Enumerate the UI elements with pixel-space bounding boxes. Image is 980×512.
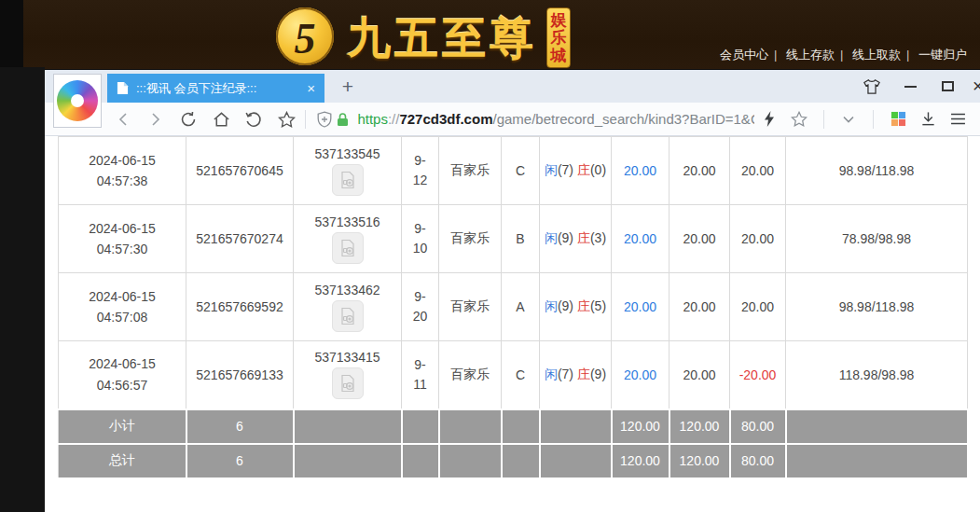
downloads-button[interactable] <box>918 110 937 129</box>
seat-letter: C <box>502 137 540 205</box>
desktop-backdrop <box>0 67 45 512</box>
video-file-icon <box>338 374 357 393</box>
win-loss: -20.00 <box>730 341 786 409</box>
total-winloss: 80.00 <box>730 444 786 478</box>
player-label: 闲 <box>545 367 558 381</box>
game-name: 百家乐 <box>439 205 502 273</box>
forward-button[interactable] <box>146 110 165 129</box>
page-content: 2024-06-15 04:57:38 521657670645 5371335… <box>45 136 980 512</box>
balance-before-after: 118.98/98.98 <box>786 341 968 409</box>
total-count: 6 <box>186 444 294 478</box>
bet-amount: 20.00 <box>612 273 669 341</box>
back-button[interactable] <box>114 110 132 129</box>
address-bar[interactable]: https://727cd3df.com/game/betrecord_sear… <box>315 110 980 129</box>
tab-title: :::视讯 会员下注纪录::: <box>136 80 299 97</box>
toolbar-divider <box>873 110 874 129</box>
table-number: 9-11 <box>402 341 439 409</box>
bookmark-page-button[interactable] <box>790 110 808 129</box>
table-number: 9-10 <box>402 205 439 273</box>
favorites-button[interactable] <box>277 110 296 129</box>
star-icon <box>278 111 296 128</box>
round-id-cell: 537133462 <box>294 273 402 341</box>
game-name: 百家乐 <box>439 273 502 341</box>
banker-label: 庄 <box>577 298 590 313</box>
balance-before-after: 98.98/118.98 <box>786 137 968 205</box>
banker-score: (3) <box>590 230 606 245</box>
result-cell: 闲(7) 庄(0) <box>540 137 612 205</box>
hamburger-icon <box>950 113 966 125</box>
nav-online-withdraw[interactable]: 线上取款 <box>852 48 901 62</box>
player-score: (9) <box>558 230 573 245</box>
round-id: 537133516 <box>314 214 380 229</box>
chevron-down-icon <box>843 116 854 123</box>
table-row: 2024-06-15 04:57:30 521657670274 5371335… <box>59 205 968 273</box>
player-label: 闲 <box>545 162 558 177</box>
video-replay-button[interactable] <box>332 300 364 332</box>
video-replay-button[interactable] <box>332 367 364 399</box>
banker-label: 庄 <box>577 367 590 381</box>
browser-logo[interactable] <box>53 74 102 128</box>
subtotal-row: 小计 6 120.00 120.00 80.00 <box>59 409 968 444</box>
home-icon <box>213 111 230 128</box>
nav-separator: | <box>840 48 843 62</box>
bet-id: 521657670645 <box>186 137 294 205</box>
bet-id: 521657669133 <box>186 341 294 409</box>
window-close-button[interactable]: × <box>973 70 980 103</box>
minimize-button[interactable] <box>904 70 917 103</box>
url-text[interactable]: https://727cd3df.com/game/betrecord_sear… <box>357 111 754 127</box>
player-score: (9) <box>558 298 573 313</box>
bet-time: 2024-06-15 04:57:30 <box>59 205 186 273</box>
seat-letter: A <box>502 273 540 341</box>
result-cell: 闲(7) 庄(9) <box>540 341 612 409</box>
tshirt-icon <box>862 78 882 95</box>
screen: 5 九五至尊 娱乐城 会员中心| 线上存款| 线上取款| 一键归户 :::视讯 … <box>0 0 980 512</box>
bet-amount: 20.00 <box>612 137 669 205</box>
banker-score: (5) <box>590 298 606 313</box>
browser-pinwheel-icon <box>57 80 98 121</box>
ssl-lock-icon <box>334 110 352 129</box>
table-row: 2024-06-15 04:57:38 521657670645 5371335… <box>59 137 968 205</box>
subtotal-label: 小计 <box>59 409 186 444</box>
flash-button[interactable] <box>760 110 779 129</box>
url-separator: :// <box>388 111 400 127</box>
result-cell: 闲(9) 庄(5) <box>540 273 612 341</box>
result-cell: 闲(9) 庄(3) <box>540 205 612 273</box>
new-tab-button[interactable]: + <box>332 70 364 103</box>
table-number: 9-20 <box>402 273 439 341</box>
home-button[interactable] <box>212 110 230 129</box>
game-name: 百家乐 <box>439 341 502 409</box>
window-close-icon: × <box>973 76 980 97</box>
tab-bet-records[interactable]: :::视讯 会员下注纪录::: × <box>107 74 324 103</box>
nav-online-deposit[interactable]: 线上存款 <box>786 48 835 62</box>
bet-time: 2024-06-15 04:56:57 <box>59 341 186 409</box>
nav-separator: | <box>774 48 777 62</box>
maximize-button[interactable] <box>942 70 954 103</box>
player-label: 闲 <box>545 298 558 313</box>
url-dropdown-button[interactable] <box>839 110 858 129</box>
video-file-icon <box>338 307 357 325</box>
shield-add-button[interactable] <box>315 110 334 129</box>
round-id-cell: 537133516 <box>294 205 402 273</box>
apps-grid-button[interactable] <box>889 110 907 129</box>
table-number: 9-12 <box>402 137 439 205</box>
nav-member-center[interactable]: 会员中心 <box>720 48 768 62</box>
nav-one-key-transfer[interactable]: 一键归户 <box>918 48 967 62</box>
brand-title: 九五至尊 <box>347 9 537 68</box>
lightning-icon <box>764 111 775 127</box>
tab-close-icon[interactable]: × <box>307 80 315 96</box>
subtotal-count: 6 <box>186 409 294 444</box>
restore-session-button[interactable] <box>244 110 263 129</box>
total-row: 总计 6 120.00 120.00 80.00 <box>59 444 968 478</box>
valid-amount: 20.00 <box>669 205 730 273</box>
menu-button[interactable] <box>948 110 967 129</box>
seat-letter: B <box>502 205 540 273</box>
video-replay-button[interactable] <box>332 164 364 196</box>
video-file-icon <box>338 239 357 257</box>
video-replay-button[interactable] <box>332 232 364 264</box>
coin-logo-icon: 5 <box>276 7 334 65</box>
theme-skin-button[interactable] <box>862 70 882 103</box>
star-outline-icon <box>791 111 807 127</box>
table-row: 2024-06-15 04:56:57 521657669133 5371334… <box>59 341 968 409</box>
reload-button[interactable] <box>179 110 198 129</box>
subtotal-winloss: 80.00 <box>730 409 786 444</box>
